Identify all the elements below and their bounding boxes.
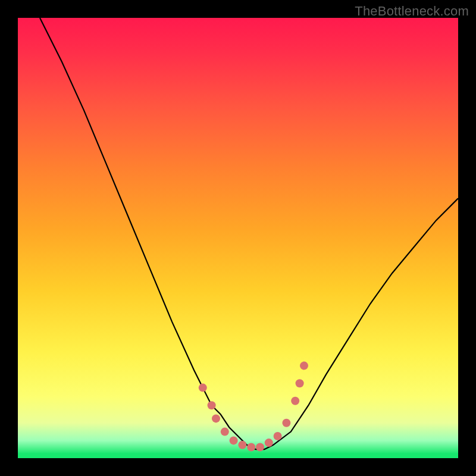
- curve-marker: [296, 379, 304, 387]
- curve-marker: [300, 362, 308, 370]
- plot-area: [18, 18, 458, 458]
- curve-layer: [18, 18, 458, 458]
- curve-marker: [291, 397, 299, 405]
- curve-marker: [212, 414, 220, 422]
- bottleneck-curve: [40, 18, 458, 449]
- chart-frame: TheBottleneck.com: [0, 0, 476, 476]
- marker-group: [199, 362, 308, 452]
- curve-marker: [282, 419, 290, 427]
- curve-marker: [221, 428, 229, 436]
- curve-marker: [274, 432, 282, 440]
- watermark-text: TheBottleneck.com: [355, 4, 469, 19]
- curve-marker: [265, 439, 273, 447]
- curve-marker: [256, 443, 264, 452]
- curve-marker: [208, 401, 216, 409]
- curve-marker: [230, 436, 238, 444]
- curve-marker: [238, 441, 246, 449]
- curve-marker: [199, 384, 207, 392]
- curve-marker: [247, 443, 255, 452]
